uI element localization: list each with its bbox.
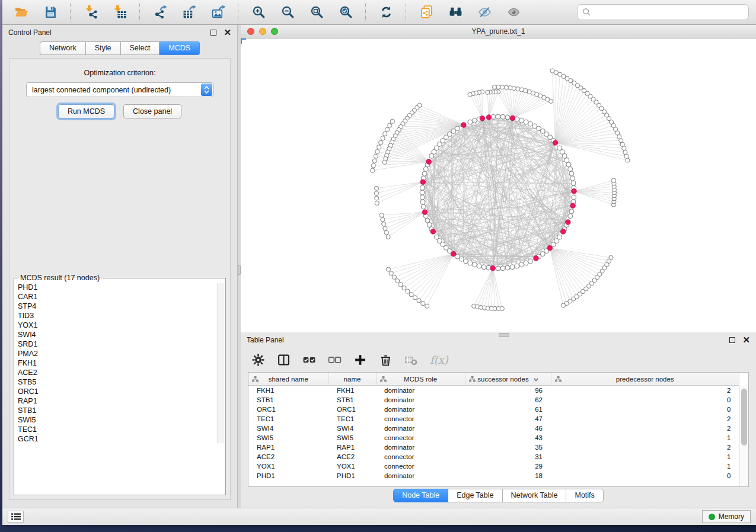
select-all-button[interactable] <box>302 353 316 367</box>
tab-network[interactable]: Network <box>40 41 86 55</box>
mcds-result-title: MCDS result (17 nodes) <box>18 274 101 282</box>
delete-table-button[interactable] <box>404 353 418 367</box>
delete-column-button[interactable] <box>379 353 393 367</box>
tab-network-table[interactable]: Network Table <box>503 489 567 502</box>
binoculars-icon <box>448 5 463 20</box>
column-header-name[interactable]: name <box>328 373 376 386</box>
column-header-shared-name[interactable]: shared name <box>248 373 328 386</box>
result-node-item[interactable]: ACE2 <box>18 368 224 377</box>
cell: dominator <box>376 424 465 433</box>
cell: ORC1 <box>328 405 376 414</box>
export-table-button[interactable] <box>177 3 201 22</box>
result-node-item[interactable]: CAR1 <box>18 292 224 302</box>
cell: SWI5 <box>248 433 328 443</box>
table-scrollbar-thumb[interactable] <box>741 389 747 446</box>
table-row[interactable]: SWI4SWI4dominator462 <box>248 424 739 433</box>
result-list-scrollbar[interactable] <box>217 283 224 443</box>
import-network-button[interactable] <box>79 3 103 22</box>
network-canvas[interactable] <box>241 39 756 332</box>
table-row[interactable]: STB1STB1dominator620 <box>248 395 739 405</box>
result-node-item[interactable]: TID3 <box>18 311 224 321</box>
search-icon <box>582 8 591 17</box>
zoom-fit-button[interactable] <box>305 3 328 22</box>
result-node-item[interactable]: FKH1 <box>18 358 224 368</box>
column-header-MCDS-role[interactable]: MCDS role <box>376 373 465 386</box>
clone-network-button[interactable] <box>414 3 438 22</box>
table-row[interactable]: SWI5SWI5connector431 <box>248 433 739 443</box>
memory-button[interactable]: Memory <box>702 510 751 523</box>
table-row[interactable]: TEC1TEC1connector472 <box>248 414 739 424</box>
result-node-item[interactable]: STB5 <box>18 377 224 387</box>
import-table-button[interactable] <box>108 3 132 22</box>
show-all-button[interactable] <box>502 3 525 22</box>
tab-style[interactable]: Style <box>86 41 121 55</box>
cell: connector <box>376 452 465 462</box>
result-node-item[interactable]: SWI4 <box>18 330 224 339</box>
result-node-item[interactable]: SRD1 <box>18 339 224 349</box>
deselect-all-icon <box>328 353 342 367</box>
export-image-button[interactable] <box>206 3 230 22</box>
show-columns-button[interactable] <box>277 353 291 367</box>
hide-selected-button[interactable] <box>473 3 496 22</box>
open-session-button[interactable] <box>9 3 33 22</box>
table-settings-button[interactable] <box>251 353 265 367</box>
tab-edge-table[interactable]: Edge Table <box>448 489 502 502</box>
zoom-in-button[interactable] <box>247 3 270 22</box>
table-header-row[interactable]: shared namenameMCDS rolesuccessor nodesp… <box>248 373 739 386</box>
result-node-item[interactable]: RAP1 <box>18 396 224 406</box>
cytoscape-window: Control Panel ✕ NetworkStyleSelectMCDS O… <box>2 0 756 525</box>
window-zoom-icon[interactable] <box>271 28 278 35</box>
table-row[interactable]: PHD1PHD1dominator180 <box>248 471 739 480</box>
export-image-icon <box>211 5 226 20</box>
zoom-out-button[interactable] <box>276 3 299 22</box>
table-row[interactable]: ORC1ORC1dominator610 <box>248 405 739 414</box>
toolbar-separator <box>365 4 366 21</box>
column-header-predecessor-nodes[interactable]: predecessor nodes <box>551 373 739 386</box>
float-panel-icon[interactable] <box>210 30 216 36</box>
window-minimize-icon[interactable] <box>259 28 266 35</box>
task-history-button[interactable] <box>8 511 24 523</box>
table-row[interactable]: YOX1YOX1connector291 <box>248 462 739 471</box>
save-session-button[interactable] <box>39 3 62 22</box>
close-panel-icon[interactable]: ✕ <box>224 29 231 36</box>
result-node-item[interactable]: STB1 <box>18 406 224 415</box>
create-column-button[interactable] <box>353 353 367 367</box>
function-builder-button[interactable]: f(x) <box>430 354 448 366</box>
result-node-item[interactable]: TEC1 <box>18 425 224 434</box>
result-node-item[interactable]: PMA2 <box>18 349 224 358</box>
close-table-panel-icon[interactable]: ✕ <box>742 336 750 344</box>
result-node-item[interactable]: SWI5 <box>18 415 224 425</box>
apply-layout-button[interactable] <box>374 3 398 22</box>
close-panel-button[interactable]: Close panel <box>123 104 181 118</box>
run-mcds-button[interactable]: Run MCDS <box>58 104 114 118</box>
table-row[interactable]: FKH1FKH1dominator962 <box>248 386 739 396</box>
control-panel: Control Panel ✕ NetworkStyleSelectMCDS O… <box>2 25 238 508</box>
zoom-selected-button[interactable] <box>334 3 358 22</box>
table-row[interactable]: ACE2ACE2connector311 <box>248 452 739 462</box>
result-node-item[interactable]: PHD1 <box>18 283 224 292</box>
result-node-item[interactable]: ORC1 <box>18 387 224 396</box>
column-header-successor-nodes[interactable]: successor nodes <box>465 373 551 386</box>
tab-mcds[interactable]: MCDS <box>160 41 200 55</box>
tab-select[interactable]: Select <box>121 41 160 55</box>
cell: 46 <box>465 424 551 433</box>
cell: SWI4 <box>328 424 376 433</box>
result-node-item[interactable]: STP4 <box>18 302 224 311</box>
first-neighbors-button[interactable] <box>444 3 467 22</box>
result-node-item[interactable]: GCR1 <box>18 434 224 444</box>
export-network-button[interactable] <box>148 3 172 22</box>
window-close-icon[interactable] <box>247 28 254 35</box>
gear-icon <box>251 353 265 367</box>
table-scrollbar[interactable] <box>739 386 748 486</box>
tab-node-table[interactable]: Node Table <box>393 489 448 502</box>
tab-motifs[interactable]: Motifs <box>566 489 603 502</box>
search-input[interactable] <box>595 8 744 17</box>
deselect-all-button[interactable] <box>328 353 342 367</box>
table-splitter-grip[interactable] <box>499 333 509 337</box>
criterion-select[interactable]: largest connected component (undirected) <box>26 82 213 97</box>
float-table-panel-icon[interactable] <box>729 337 735 343</box>
cell: STB1 <box>248 395 328 405</box>
result-node-item[interactable]: YOX1 <box>18 321 224 330</box>
cell: RAP1 <box>248 443 328 452</box>
table-row[interactable]: RAP1RAP1dominator352 <box>248 443 739 452</box>
